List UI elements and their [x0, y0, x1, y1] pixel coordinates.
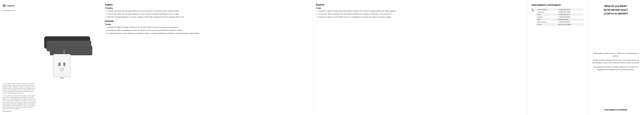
- spanish-step-1: Conecta el cable de carga USB suministra…: [318, 10, 520, 12]
- spanish-section: Español Carga Conecta el cable de carga …: [312, 4, 523, 111]
- english-title: English: [105, 4, 309, 6]
- feedback-title-3: ¿Cuál es tu opinión?: [591, 12, 640, 16]
- page: Logitech www.logitech.com © 2013 Logitec…: [0, 0, 644, 115]
- fine-print-en: © 2013 Logitech. All rights reserved. Lo…: [2, 83, 36, 94]
- carga-subtitle: Carga: [316, 7, 520, 9]
- french-title: Français: [105, 20, 309, 22]
- outlet-slot-left: [58, 63, 60, 66]
- support-table-row: Chile1230 020 5484: [536, 18, 584, 21]
- phone-svg: [532, 8, 534, 12]
- instructions-area: English Charging Plug the provided USB c…: [97, 0, 527, 115]
- svg-text:Logitech: Logitech: [6, 5, 14, 7]
- support-region: United States: [536, 8, 557, 11]
- french-step-3: Le témoin lumineux rouge indique que la …: [108, 32, 309, 35]
- feedback-desc-fr: Veuillez prendre quelques minutes pour n…: [591, 59, 640, 64]
- logitech-logo: Logitech: [2, 3, 36, 8]
- english-steps: Plug the provided USB charging cable int…: [105, 10, 309, 18]
- image-panel: USB: [39, 0, 97, 115]
- fine-print-fr: © 2013 Logitech. Tous droits réservés. L…: [2, 95, 36, 109]
- support-table-row: Latin America+1 800-578-9619: [536, 21, 584, 23]
- support-region: Latin America: [536, 21, 557, 23]
- support-table-row: Mexico001 800 578 9619: [536, 23, 584, 26]
- feedback-title-2: Qu'en pensez-vous?: [591, 8, 640, 12]
- feedback-url: www.logitech.com/ithink: [591, 109, 640, 111]
- outlet-circle: [60, 68, 64, 71]
- usb-label: USB: [60, 77, 64, 79]
- svg-point-1: [4, 5, 5, 6]
- feedback-desc-en: Please take a minute to tell us. Thank y…: [591, 52, 640, 57]
- english-step-3: Red LED charging indicator is on when ch…: [108, 16, 309, 18]
- english-step-2: Connect the cable into the power adaptor…: [108, 13, 309, 15]
- support-number: +1 800-578-9619: [557, 21, 584, 23]
- support-table-row: Canada+1 866-934-5644: [536, 16, 584, 18]
- support-panel: www.logitech.com/support United States+1…: [527, 0, 588, 115]
- phone-icon-wrap: United States+1 646-454-3200Argentina+00…: [532, 8, 584, 26]
- product-image: USB: [42, 33, 94, 82]
- charger-body: [53, 54, 71, 77]
- french-step-1: Branchez le câble de charge USB fourni a…: [108, 26, 309, 29]
- support-table-row: United States+1 646-454-3200: [536, 8, 584, 11]
- support-region: Argentina: [536, 11, 557, 13]
- support-number: 001 800 578 9619: [557, 23, 584, 26]
- speaker-body: [44, 36, 90, 49]
- logitech-logo-svg: Logitech: [2, 3, 20, 8]
- french-step-2: Branchez le câble à l'adaptateur secteur…: [108, 29, 309, 32]
- charging-subtitle: Charging: [105, 7, 309, 9]
- left-panel: Logitech www.logitech.com © 2013 Logitec…: [0, 0, 39, 115]
- support-table: United States+1 646-454-3200Argentina+00…: [536, 8, 584, 26]
- spanish-step-2: Conecta el cable al adaptador de aliment…: [318, 13, 520, 15]
- speaker-grill: [50, 46, 92, 55]
- english-section: English Charging Plug the provided USB c…: [102, 4, 312, 111]
- support-number: 1230 020 5484: [557, 18, 584, 21]
- support-region: Brasil: [536, 13, 557, 16]
- website-text: www.logitech.com: [2, 10, 36, 11]
- outlet-slots: [58, 62, 66, 67]
- support-number: +0 800-891-4173: [557, 13, 584, 16]
- support-region: Mexico: [536, 23, 557, 26]
- feedback-title-1: What do you think?: [591, 4, 640, 8]
- logo-area: Logitech www.logitech.com: [2, 3, 36, 11]
- part-number: 620-003596.003: [2, 110, 36, 112]
- support-region: Chile: [536, 18, 557, 21]
- french-steps: Branchez le câble de charge USB fourni a…: [105, 26, 309, 34]
- support-number: +00800-555-3284: [557, 11, 584, 13]
- support-number: +1 866-934-5644: [557, 16, 584, 18]
- spanish-step-3: Durante la carga, la luz del diodo es ro…: [318, 16, 520, 18]
- feedback-desc-es: Nos gustaría conocerla, si puedes dedica…: [591, 66, 640, 71]
- spanish-steps: Conecta el cable de carga USB suministra…: [316, 10, 520, 18]
- support-title: www.logitech.com/support: [532, 4, 584, 6]
- right-panel: What do you think? Qu'en pensez-vous? ¿C…: [588, 0, 644, 115]
- support-region: Canada: [536, 16, 557, 18]
- support-table-row: Brasil+0 800-891-4173: [536, 13, 584, 16]
- french-subtitle: Charge: [105, 23, 309, 25]
- speaker-front: [47, 41, 91, 51]
- spanish-title: Español: [316, 4, 520, 6]
- english-step-1: Plug the provided USB charging cable int…: [108, 10, 309, 12]
- phone-icon: [532, 8, 534, 12]
- support-number: +1 646-454-3200: [557, 8, 584, 11]
- support-table-row: Argentina+00800-555-3284: [536, 11, 584, 13]
- outlet-slot-right: [63, 63, 66, 66]
